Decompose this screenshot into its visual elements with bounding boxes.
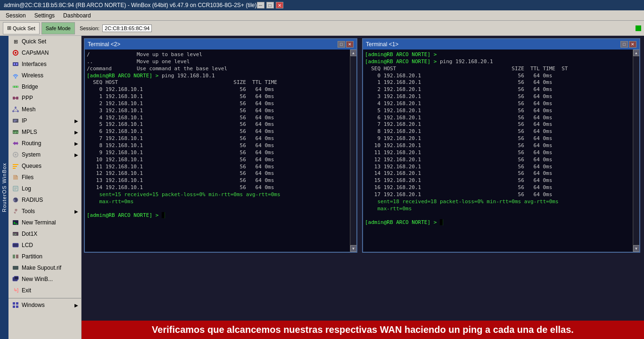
routing-icon: [11, 139, 20, 148]
titlebar-title: admin@2C:C8:1B:b5:8C:94 (RB ARCO NORTE) …: [4, 2, 257, 8]
terminal-2-titlebar[interactable]: Terminal <2> □ ✕: [85, 39, 356, 50]
svg-rect-42: [13, 266, 18, 270]
terminal-1-scroll-down[interactable]: ▼: [633, 245, 640, 252]
content-area: Terminal <2> □ ✕ / Move up to base level…: [82, 36, 644, 339]
menu-session[interactable]: Session: [2, 11, 30, 20]
dot1x-icon: 1X: [11, 230, 20, 238]
svg-rect-39: [13, 243, 18, 247]
windows-icon: [11, 301, 20, 309]
svg-rect-41: [16, 255, 18, 258]
menu-dashboard[interactable]: Dashboard: [59, 11, 95, 20]
sidebar-item-mesh[interactable]: Mesh: [8, 104, 81, 115]
ip-icon: IP: [11, 116, 20, 125]
quick-set-icon: ⊞: [7, 25, 11, 31]
svg-rect-44: [14, 276, 18, 280]
sidebar-item-lcd[interactable]: LCD: [8, 240, 81, 251]
terminal-2-scroll-track[interactable]: [351, 57, 356, 245]
sidebar-item-queues[interactable]: Queues: [8, 160, 81, 172]
terminal-1-close-button[interactable]: ✕: [629, 41, 636, 48]
sidebar-item-wireless[interactable]: Wireless: [8, 70, 81, 81]
terminal-2-maximize-button[interactable]: □: [338, 41, 345, 48]
sidebar-item-bridge[interactable]: Bridge: [8, 81, 81, 92]
subtitle-text: Verificamos que alcancemos nuestras resp…: [152, 324, 574, 335]
terminal-2-controls: □ ✕: [338, 41, 354, 48]
sidebar-item-ip[interactable]: IP IP ▶: [8, 115, 81, 126]
terminal-2-scroll-up[interactable]: ▲: [350, 50, 357, 56]
svg-rect-3: [14, 63, 15, 65]
subtitle-bar: Verificamos que alcancemos nuestras resp…: [82, 321, 644, 339]
svg-rect-27: [13, 168, 16, 169]
sidebar-item-partition[interactable]: Partition: [8, 251, 81, 262]
exit-icon: [11, 286, 20, 295]
sidebar: ⊞ Quick Set CAPsMAN Interfaces Wireless: [8, 36, 82, 339]
sidebar-item-files[interactable]: Files: [8, 172, 81, 183]
sidebar-item-interfaces[interactable]: Interfaces: [8, 58, 81, 70]
terminal-1-scroll-track[interactable]: [634, 57, 639, 245]
svg-text:MPLS: MPLS: [13, 131, 19, 134]
svg-point-15: [17, 110, 19, 112]
capsman-icon: [11, 49, 20, 57]
sidebar-item-quick-set[interactable]: ⊞ Quick Set: [8, 36, 81, 47]
sidebar-item-mpls[interactable]: MPLS MPLS ▶: [8, 126, 81, 138]
tools-arrow: ▶: [74, 209, 78, 214]
sidebar-item-ppp[interactable]: PPP: [8, 92, 81, 104]
maximize-button[interactable]: □: [266, 2, 274, 8]
bridge-icon: [11, 83, 20, 91]
sidebar-item-system[interactable]: System ▶: [8, 149, 81, 160]
minimize-button[interactable]: ─: [257, 2, 264, 8]
svg-point-24: [15, 154, 17, 156]
sidebar-item-log[interactable]: Log: [8, 183, 81, 194]
radius-icon: R: [11, 196, 20, 204]
svg-rect-34: [14, 212, 16, 214]
terminal-2-text: / Move up to base level .. Move up one l…: [87, 51, 348, 219]
terminal-1-scroll-up[interactable]: ▲: [633, 50, 640, 56]
sidebar-item-tools[interactable]: Tools ▶: [8, 206, 81, 217]
menu-settings[interactable]: Settings: [31, 11, 58, 20]
terminal-2-content-wrap: / Move up to base level .. Move up one l…: [85, 50, 356, 252]
safe-mode-button[interactable]: Safe Mode: [41, 22, 75, 34]
svg-rect-25: [13, 164, 18, 165]
system-arrow: ▶: [74, 152, 78, 157]
svg-point-5: [15, 77, 17, 79]
terminal-1-body[interactable]: [admin@RB ARCO NORTE] > [admin@RB ARCO N…: [363, 50, 633, 252]
terminal-1-title: Terminal <1>: [366, 41, 620, 48]
close-button[interactable]: ✕: [276, 2, 283, 8]
ip-arrow: ▶: [74, 118, 78, 124]
terminal-2-close-button[interactable]: ✕: [346, 41, 354, 48]
titlebar: admin@2C:C8:1B:b5:8C:94 (RB ARCO NORTE) …: [0, 0, 644, 10]
svg-rect-47: [13, 306, 15, 308]
quick-set-icon: ⊞: [11, 37, 20, 46]
routing-arrow: ▶: [74, 141, 78, 146]
svg-rect-11: [16, 97, 18, 99]
sidebar-item-dot1x[interactable]: 1X Dot1X: [8, 228, 81, 240]
sidebar-item-new-winbox[interactable]: New WinB...: [8, 273, 81, 285]
svg-rect-40: [13, 255, 15, 258]
terminal-2-scroll-down[interactable]: ▼: [350, 245, 357, 252]
sidebar-item-new-terminal[interactable]: New Terminal: [8, 217, 81, 228]
svg-point-9: [17, 86, 18, 88]
session-value: 2C:C8:1B:65:8C:94: [102, 25, 152, 32]
svg-rect-26: [13, 166, 17, 167]
terminal-2-body[interactable]: / Move up to base level .. Move up one l…: [85, 50, 350, 252]
sidebar-item-capsman[interactable]: CAPsMAN: [8, 47, 81, 58]
sidebar-item-radius[interactable]: R RADIUS: [8, 194, 81, 206]
terminal-1-titlebar[interactable]: Terminal <1> □ ✕: [363, 39, 639, 50]
new-winbox-icon: [11, 275, 20, 283]
terminal-1-scrollbar[interactable]: ▲ ▼: [633, 50, 639, 252]
svg-text:1X: 1X: [13, 233, 17, 236]
svg-rect-46: [16, 302, 18, 305]
quick-set-button[interactable]: ⊞ Quick Set: [3, 22, 40, 34]
sidebar-item-exit[interactable]: Exit: [8, 285, 81, 296]
new-terminal-icon: [11, 218, 20, 227]
tools-icon: [11, 207, 20, 215]
terminal-1-content-wrap: [admin@RB ARCO NORTE] > [admin@RB ARCO N…: [363, 50, 639, 252]
sidebar-item-windows[interactable]: Windows ▶: [8, 299, 81, 311]
sidebar-item-make-supout[interactable]: Make Supout.rif: [8, 262, 81, 273]
wireless-icon: [11, 71, 20, 80]
terminal-2-scrollbar[interactable]: ▲ ▼: [350, 50, 356, 252]
terminal-1-maximize-button[interactable]: □: [620, 41, 628, 48]
terminal-2-window: Terminal <2> □ ✕ / Move up to base level…: [84, 38, 357, 253]
connection-status-indicator: [636, 25, 641, 31]
windows-arrow: ▶: [74, 303, 78, 308]
sidebar-item-routing[interactable]: Routing ▶: [8, 138, 81, 149]
